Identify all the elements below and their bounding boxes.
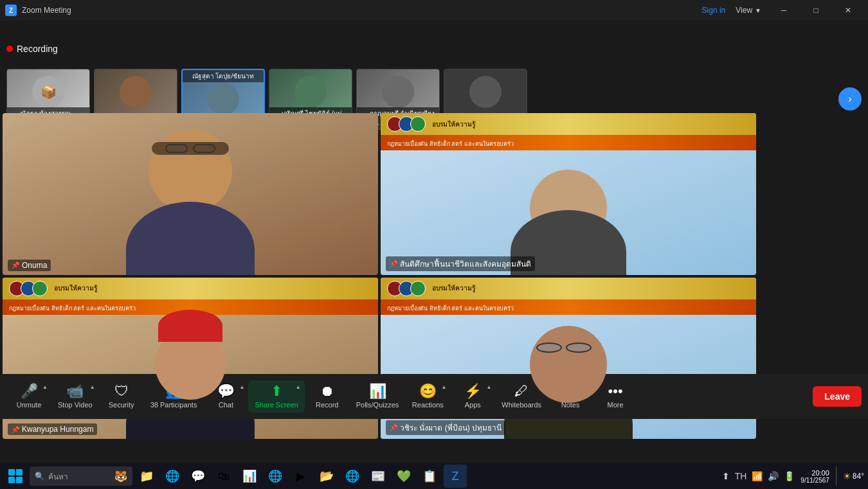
taskbar-date: 9/11/2567	[800, 477, 829, 484]
taskbar-news-icon[interactable]: 📰	[366, 465, 390, 488]
video-cell-onuma[interactable]: 📌 Onuma	[3, 113, 378, 275]
share-screen-icon: ⬆	[271, 384, 282, 398]
video-cell-top-right[interactable]: อบรมให้ความรู้ กฎหมายเบื้องตัน สิทธิเด็ก…	[381, 113, 756, 275]
apps-button[interactable]: ⚡ Apps ▲	[450, 380, 495, 413]
banner-header-2: อบรมให้ความรู้	[3, 278, 378, 299]
search-icon: 🔍	[35, 472, 44, 481]
system-tray: ⬆ TH 📶 🔊 🔋 20:00 9/11/2567 ☀ 84°	[720, 467, 864, 486]
tray-volume[interactable]: 🔊	[766, 470, 781, 483]
banner-subtitle-3: กฎหมายเบื้องตัน สิทธิเด็ก สตร์ และคนในคร…	[381, 299, 756, 315]
banner-header-1: อบรมให้ความรู้	[381, 113, 756, 135]
taskbar-time: 20:00	[811, 469, 829, 477]
participant-name-bottom-right: 📌 วชิระ นั่งผาด (พี่ป้อน) ปทุมธานี	[386, 420, 505, 435]
apps-icon: ⚡	[464, 384, 482, 398]
sign-in-button[interactable]: Sign in	[702, 6, 726, 15]
share-screen-button[interactable]: ⬆ Share Screen ▲	[248, 380, 304, 413]
taskbar-browser2-icon[interactable]: 🌐	[341, 465, 364, 488]
reactions-caret[interactable]: ▲	[441, 384, 446, 390]
participants-label: 38 Participants	[150, 401, 197, 409]
search-pet-icon: 🐯	[114, 470, 127, 483]
participant-name-top-right: 📌 สันติศึกษาฟื้นนาชีวิตและสังคมอุดมสันดิ	[386, 256, 535, 271]
pin-icon-onuma: 📌	[12, 262, 19, 269]
polls-button[interactable]: 📊 Polls/Quizzes	[350, 380, 406, 413]
camera-icon: 📹	[66, 384, 84, 398]
taskbar-ppt2-icon[interactable]: 📋	[418, 465, 441, 488]
whiteboards-icon: 🖊	[514, 384, 529, 398]
taskbar-zoom-icon[interactable]: Z	[444, 465, 467, 488]
reactions-button[interactable]: 😊 Reactions ▲	[405, 380, 450, 413]
record-icon: ⏺	[320, 384, 334, 398]
banner-subtitle-text-3: กฎหมายเบื้องตัน สิทธิเด็ก สตร์ และคนในคร…	[387, 305, 514, 312]
pin-icon-kwanyupa: 📌	[12, 426, 19, 433]
maximize-button[interactable]: □	[801, 0, 831, 21]
unmute-label: Unmute	[17, 401, 42, 409]
weather-icon: ☀	[843, 471, 851, 481]
windows-taskbar: 🔍 ค้นหา 🐯 📁 🌐 💬 🛍 📊 🌐 ▶ 📂 🌐 📰 💚 📋 Z ⬆ TH…	[0, 463, 868, 489]
main-content: Recording 📦 🎤 ณัฏฐา ห้วงสุวรรณ นครร... 🎤…	[0, 21, 868, 445]
apps-label: Apps	[465, 401, 481, 409]
toolbar: 🎤 Unmute ▲ 📹 Stop Video ▲ 🛡 Security 👥 3…	[0, 374, 868, 419]
more-label: More	[608, 401, 624, 409]
chat-label: Chat	[219, 401, 233, 409]
recording-indicator: Recording	[6, 44, 58, 54]
record-label: Record	[316, 401, 338, 409]
taskbar-folder-icon[interactable]: 📁	[135, 465, 158, 488]
tray-separator	[836, 467, 836, 486]
taskbar-line-icon[interactable]: 💚	[392, 465, 415, 488]
title-bar: Z Zoom Meeting Sign in View ▼ ─ □ ✕	[0, 0, 868, 21]
stop-video-label: Stop Video	[58, 401, 93, 409]
banner-title-3: อบรมให้ความรู้	[432, 283, 475, 293]
apps-caret[interactable]: ▲	[486, 384, 491, 390]
strip-next-button[interactable]: ›	[838, 87, 862, 111]
banner-subtitle-1: กฎหมายเบื้องตัน สิทธิเด็ก สตร์ และคนในคร…	[381, 135, 756, 150]
recording-dot	[6, 46, 13, 52]
unmute-button[interactable]: 🎤 Unmute ▲	[6, 380, 51, 413]
security-button[interactable]: 🛡 Security	[99, 380, 144, 413]
app-icon: Z	[5, 4, 17, 16]
whiteboards-label: Whiteboards	[502, 401, 541, 409]
search-placeholder: ค้นหา	[48, 470, 68, 483]
taskbar-files-icon[interactable]: 📂	[315, 465, 338, 488]
tray-wifi[interactable]: 📶	[750, 470, 764, 483]
stop-video-button[interactable]: 📹 Stop Video ▲	[51, 380, 99, 413]
taskbar-chrome-icon[interactable]: 🌐	[264, 465, 287, 488]
taskbar-edge-icon[interactable]: 🌐	[161, 465, 184, 488]
windows-logo	[8, 469, 23, 483]
chat-caret[interactable]: ▲	[240, 384, 245, 390]
banner-title-2: อบรมให้ความรู้	[54, 283, 97, 293]
header-right: Sign in View ▼	[702, 6, 761, 15]
tray-battery[interactable]: 🔋	[782, 470, 797, 483]
taskbar-search[interactable]: 🔍 ค้นหา 🐯	[30, 467, 132, 486]
pin-icon-bottom-right: 📌	[390, 424, 397, 431]
close-button[interactable]: ✕	[833, 0, 863, 21]
tray-keyboard[interactable]: TH	[733, 470, 749, 483]
share-screen-label: Share Screen	[255, 401, 298, 409]
taskbar-store-icon[interactable]: 🛍	[212, 465, 235, 488]
taskbar-teams-icon[interactable]: 💬	[186, 465, 210, 488]
taskbar-media-icon[interactable]: ▶	[289, 465, 312, 488]
unmute-caret[interactable]: ▲	[42, 384, 48, 390]
temperature: 84°	[853, 472, 864, 481]
banner-subtitle-text-2: กฎหมายเบื้องตัน สิทธิเด็ก สตร์ และคนในคร…	[9, 305, 136, 312]
pin-icon-top-right: 📌	[390, 260, 397, 267]
share-caret[interactable]: ▲	[296, 384, 301, 390]
sys-tray-icons: ⬆ TH 📶 🔊 🔋	[720, 470, 797, 483]
minimize-button[interactable]: ─	[769, 0, 799, 21]
mic-off-icon: 🎤	[21, 384, 38, 398]
shield-icon: 🛡	[114, 384, 129, 398]
banner-title-1: อบรมให้ความรู้	[432, 120, 475, 129]
start-button[interactable]	[4, 465, 27, 488]
leave-button[interactable]: Leave	[813, 386, 862, 407]
banner-subtitle-text-1: กฎหมายเบื้องตัน สิทธิเด็ก สตร์ และคนในคร…	[387, 141, 514, 147]
video-caret[interactable]: ▲	[90, 384, 95, 390]
polls-label: Polls/Quizzes	[356, 401, 399, 409]
clock-area: 20:00 9/11/2567	[800, 469, 829, 484]
tray-show-desktop[interactable]: ⬆	[720, 470, 732, 483]
view-button[interactable]: View ▼	[736, 6, 761, 15]
chat-icon: 💬	[217, 384, 235, 398]
weather-widget: ☀ 84°	[843, 471, 864, 481]
participant-name-kwanyupa: 📌 Kwanyupa Hunngam	[8, 423, 97, 435]
recording-label: Recording	[17, 44, 58, 54]
taskbar-powerpoint-icon[interactable]: 📊	[238, 465, 261, 488]
record-button[interactable]: ⏺ Record	[305, 380, 350, 413]
